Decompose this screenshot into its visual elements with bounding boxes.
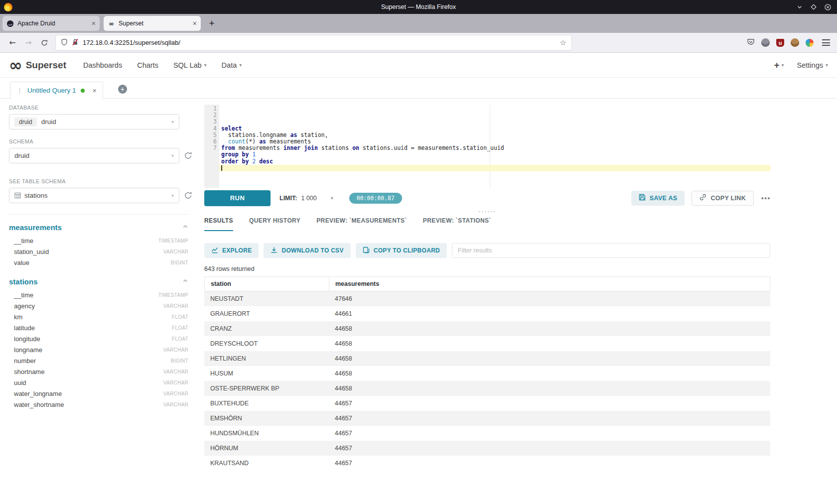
chevron-up-icon[interactable] bbox=[182, 223, 188, 232]
refresh-tables-icon[interactable] bbox=[184, 191, 192, 200]
window-minimize-icon[interactable] bbox=[797, 4, 803, 10]
copy-link-button[interactable]: COPY LINK bbox=[692, 191, 754, 206]
url-bar[interactable]: 172.18.0.4:32251/superset/sqllab/ ☆ bbox=[56, 35, 571, 50]
forward-button: → bbox=[21, 35, 36, 50]
tracking-shield-icon[interactable] bbox=[61, 38, 68, 47]
browser-tab[interactable]: Apache Druid× bbox=[2, 16, 100, 31]
tab-close-icon[interactable]: × bbox=[193, 20, 197, 27]
new-tab-button[interactable]: + bbox=[205, 16, 219, 30]
column-row: water_shortnameVARCHAR bbox=[14, 399, 188, 410]
sql-editor[interactable]: 1234567 select stations.longname as stat… bbox=[204, 105, 770, 188]
more-actions-button[interactable]: ⋯ bbox=[761, 193, 770, 204]
code-line[interactable]: order by 2 desc bbox=[221, 158, 770, 165]
window-close-icon[interactable] bbox=[825, 4, 831, 10]
account-avatar-icon[interactable] bbox=[761, 38, 770, 47]
close-tab-icon[interactable]: × bbox=[93, 87, 97, 95]
settings-menu-button[interactable]: Settings ▾ bbox=[797, 61, 828, 69]
nav-dashboards[interactable]: Dashboards bbox=[83, 61, 122, 69]
results-tab[interactable]: PREVIEW: `MEASUREMENTS` bbox=[316, 217, 407, 231]
chevron-down-icon: ▾ bbox=[171, 119, 174, 125]
ublock-extension-icon[interactable]: u bbox=[776, 39, 784, 47]
table-select[interactable]: stations ▾ bbox=[9, 188, 179, 203]
nav-charts[interactable]: Charts bbox=[137, 61, 158, 69]
column-name: water_shortname bbox=[14, 401, 64, 408]
nav-label: Dashboards bbox=[83, 61, 122, 69]
results-tab[interactable]: QUERY HISTORY bbox=[249, 217, 300, 231]
chevron-down-icon: ▾ bbox=[782, 62, 784, 68]
bookmark-star-icon[interactable]: ☆ bbox=[560, 38, 566, 47]
table-cell: 44657 bbox=[329, 430, 770, 437]
code-line[interactable]: from measurements inner join stations on… bbox=[221, 145, 770, 151]
line-number: 7 bbox=[204, 145, 217, 151]
column-name: value bbox=[14, 259, 29, 266]
save-as-button[interactable]: SAVE AS bbox=[631, 191, 685, 206]
results-table: stationmeasurements NEUSTADT47646GRAUERO… bbox=[204, 276, 770, 467]
column-header[interactable]: measurements bbox=[329, 277, 770, 291]
new-menu-button[interactable]: + ▾ bbox=[774, 60, 784, 71]
table-row[interactable]: OSTE-SPERRWERK BP44658 bbox=[204, 381, 770, 396]
nav-sql-lab[interactable]: SQL Lab▾ bbox=[173, 61, 207, 69]
back-button[interactable]: ← bbox=[5, 35, 20, 50]
table-section: measurements__timeTIMESTAMPstation_uuidV… bbox=[9, 223, 188, 268]
table-row[interactable]: HUSUM44658 bbox=[204, 366, 770, 381]
window-maximize-icon[interactable] bbox=[811, 4, 817, 10]
url-text[interactable]: 172.18.0.4:32251/superset/sqllab/ bbox=[83, 39, 556, 46]
results-tab[interactable]: PREVIEW: `STATIONS` bbox=[423, 217, 491, 231]
drag-grip-icon: ⋮ bbox=[16, 87, 23, 94]
table-row[interactable]: DREYSCHLOOT44658 bbox=[204, 336, 770, 351]
table-row[interactable]: CRANZ44658 bbox=[204, 321, 770, 336]
table-section-header[interactable]: stations bbox=[9, 277, 188, 286]
code-line[interactable] bbox=[219, 165, 770, 171]
superset-logo-icon[interactable]: ∞ bbox=[9, 57, 22, 73]
download-csv-button[interactable]: DOWNLOAD TO CSV bbox=[264, 243, 350, 258]
table-row[interactable]: HÖRNUM44657 bbox=[204, 441, 770, 456]
drag-handle-icon[interactable] bbox=[478, 211, 497, 213]
nav-data[interactable]: Data▾ bbox=[222, 61, 242, 69]
query-tab-untitled-query-1[interactable]: ⋮ Untitled Query 1 × bbox=[10, 82, 103, 99]
tab-close-icon[interactable]: × bbox=[92, 20, 96, 27]
editor-code[interactable]: select stations.longname as station, cou… bbox=[219, 105, 770, 188]
chevron-down-icon[interactable]: ▾ bbox=[331, 195, 333, 201]
run-button[interactable]: RUN bbox=[204, 190, 271, 206]
copy-to-clipboard-button[interactable]: COPY TO CLIPBOARD bbox=[356, 243, 447, 258]
limit-value[interactable]: 1 000 bbox=[301, 195, 316, 202]
database-value: druid bbox=[41, 118, 56, 126]
refresh-schema-icon[interactable] bbox=[184, 151, 192, 160]
table-row[interactable]: HUNDSMÜHLEN44657 bbox=[204, 426, 770, 441]
reload-button[interactable] bbox=[37, 35, 52, 50]
database-select[interactable]: druid druid ▾ bbox=[9, 114, 179, 129]
explore-button[interactable]: EXPLORE bbox=[204, 243, 259, 258]
results-tab[interactable]: RESULTS bbox=[204, 217, 233, 231]
table-row[interactable]: HETLINGEN44658 bbox=[204, 351, 770, 366]
table-cell: 44657 bbox=[329, 400, 770, 407]
table-section-header[interactable]: measurements bbox=[9, 223, 188, 232]
chevron-down-icon: ▾ bbox=[171, 153, 174, 158]
column-row: latitudeFLOAT bbox=[14, 322, 188, 333]
code-line[interactable]: group by 1 bbox=[221, 151, 770, 158]
schema-select[interactable]: druid ▾ bbox=[9, 148, 179, 163]
table-row[interactable]: EMSHÖRN44657 bbox=[204, 411, 770, 426]
profile-avatar-icon[interactable] bbox=[791, 38, 799, 47]
table-cell: 44658 bbox=[329, 340, 770, 347]
menu-icon[interactable] bbox=[822, 39, 830, 46]
table-row[interactable]: BUXTEHUDE44657 bbox=[204, 396, 770, 411]
table-cell: HUNDSMÜHLEN bbox=[204, 430, 329, 437]
column-row: kmFLOAT bbox=[14, 311, 188, 322]
pane-splitter[interactable] bbox=[204, 206, 770, 217]
column-header[interactable]: station bbox=[205, 277, 329, 291]
table-cell: HUSUM bbox=[204, 370, 329, 377]
line-number: 4 bbox=[204, 126, 217, 132]
chevron-up-icon[interactable] bbox=[182, 277, 188, 286]
insecure-lock-icon[interactable] bbox=[72, 38, 79, 47]
table-row[interactable]: NEUSTADT47646 bbox=[204, 291, 770, 306]
chart-icon bbox=[211, 247, 218, 255]
brand-name[interactable]: Superset bbox=[26, 60, 66, 71]
add-query-tab-button[interactable]: + bbox=[118, 85, 127, 94]
pinwheel-extension-icon[interactable] bbox=[806, 39, 814, 47]
pocket-icon[interactable] bbox=[747, 38, 755, 48]
table-row[interactable]: GRAUERORT44661 bbox=[204, 306, 770, 321]
limit-label: LIMIT: bbox=[279, 195, 297, 202]
filter-results-input[interactable] bbox=[452, 243, 770, 258]
table-row[interactable]: KRAUTSAND44657 bbox=[204, 456, 770, 467]
browser-tab[interactable]: ∞Superset× bbox=[104, 16, 201, 31]
